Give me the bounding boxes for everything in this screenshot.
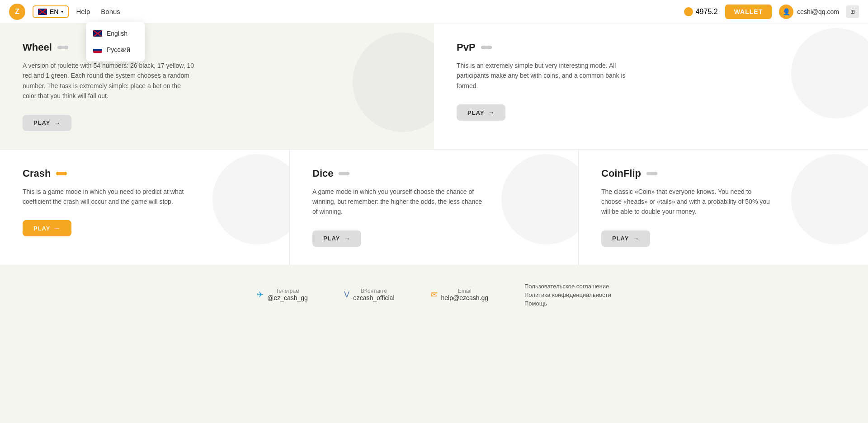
footer-terms-link[interactable]: Пользовательское соглашение — [524, 283, 609, 290]
chevron-down-icon: ▾ — [61, 9, 63, 14]
lang-english-label: English — [107, 30, 127, 37]
coinflip-status-dot — [646, 172, 657, 175]
telegram-label: Телеграм — [267, 288, 308, 294]
bottom-game-row: Crash This is a game mode in which you n… — [0, 149, 868, 265]
dice-description: A game mode in which you yourself choose… — [312, 187, 484, 217]
ru-flag-icon — [93, 47, 102, 53]
lang-option-russian[interactable]: Русский — [86, 42, 145, 58]
telegram-icon: ✈ — [257, 290, 264, 300]
arrow-right-icon: → — [54, 119, 61, 127]
pvp-play-label: PLAY — [467, 109, 484, 116]
user-menu-button[interactable]: ⊞ — [846, 5, 859, 18]
lang-russian-label: Русский — [107, 46, 130, 53]
balance-amount: 4975.2 — [696, 8, 718, 16]
game-card-pvp: PvP This is an extremely simple but very… — [434, 24, 868, 149]
arrow-right-icon: → — [488, 109, 495, 116]
crash-status-dot — [56, 172, 67, 175]
footer-email: ✉ Email help@ezcash.gg — [431, 288, 489, 301]
footer-telegram-info: Телеграм @ez_cash_gg — [267, 288, 308, 301]
telegram-value[interactable]: @ez_cash_gg — [267, 294, 308, 301]
crash-description: This is a game mode in which you need to… — [23, 187, 194, 207]
coinflip-play-label: PLAY — [612, 235, 629, 242]
avatar: 👤 — [779, 5, 793, 19]
arrow-right-icon: → — [632, 235, 639, 242]
footer-email-info: Email help@ezcash.gg — [441, 288, 489, 301]
email-label: Email — [441, 288, 489, 294]
email-value[interactable]: help@ezcash.gg — [441, 294, 489, 301]
vk-label: ВКонтакте — [353, 288, 395, 294]
nav-help[interactable]: Help — [76, 8, 90, 15]
coin-icon — [684, 7, 693, 16]
uk-flag-icon — [38, 9, 47, 15]
balance-display: 4975.2 — [684, 7, 718, 16]
lang-label: EN — [50, 8, 58, 15]
pvp-play-button[interactable]: PLAY → — [457, 104, 505, 121]
user-area: 👤 ceshi@qq.com — [779, 5, 839, 19]
footer-vk: V ВКонтакте ezcash_official — [344, 288, 395, 301]
game-card-coinflip: CoinFlip The classic «Coin» that everyon… — [579, 150, 868, 265]
email-icon: ✉ — [431, 290, 438, 300]
wheel-title: Wheel — [23, 42, 411, 53]
pvp-status-dot — [481, 46, 492, 49]
uk-flag-icon — [93, 30, 102, 37]
dice-status-dot — [339, 172, 349, 175]
dice-play-button[interactable]: PLAY → — [312, 230, 361, 247]
dice-play-label: PLAY — [323, 235, 340, 242]
wheel-description: A version of roulette with 54 numbers: 2… — [23, 61, 194, 101]
pvp-title: PvP — [457, 42, 845, 53]
game-card-dice: Dice A game mode in which you yourself c… — [289, 150, 579, 265]
wheel-play-button[interactable]: PLAY → — [23, 115, 71, 131]
pvp-description: This is an extremely simple but very int… — [457, 61, 628, 91]
vk-value[interactable]: ezcash_official — [353, 294, 395, 301]
vk-icon: V — [344, 290, 349, 300]
logo[interactable]: Z — [9, 4, 25, 20]
wheel-status-dot — [57, 46, 68, 49]
coinflip-play-button[interactable]: PLAY → — [601, 230, 650, 247]
game-card-crash: Crash This is a game mode in which you n… — [0, 150, 289, 265]
user-email: ceshi@qq.com — [797, 8, 839, 15]
footer: ✈ Телеграм @ez_cash_gg V ВКонтакте ezcas… — [0, 265, 868, 316]
footer-telegram: ✈ Телеграм @ez_cash_gg — [257, 288, 308, 301]
language-selector[interactable]: EN ▾ — [33, 5, 69, 18]
footer-legal: Пользовательское соглашение Политика кон… — [524, 283, 611, 307]
lang-option-english[interactable]: English — [86, 25, 145, 42]
arrow-right-icon: → — [344, 235, 350, 242]
coinflip-description: The classic «Coin» that everyone knows. … — [601, 187, 773, 217]
nav: Help Bonus — [76, 8, 120, 15]
crash-play-label: PLAY — [33, 225, 50, 232]
header-right: 4975.2 WALLET 👤 ceshi@qq.com ⊞ — [684, 5, 859, 19]
header: Z EN ▾ Help Bonus 4975.2 WALLET 👤 ceshi@… — [0, 0, 868, 24]
menu-grid-icon: ⊞ — [850, 9, 855, 15]
footer-help-link[interactable]: Помощь — [524, 300, 547, 307]
footer-vk-info: ВКонтакте ezcash_official — [353, 288, 395, 301]
game-card-wheel: Wheel A version of roulette with 54 numb… — [0, 24, 434, 149]
arrow-right-icon: → — [54, 225, 61, 232]
footer-inner: ✈ Телеграм @ez_cash_gg V ВКонтакте ezcas… — [0, 283, 868, 307]
nav-bonus[interactable]: Bonus — [101, 8, 120, 15]
language-dropdown: English Русский — [86, 22, 145, 61]
wheel-play-label: PLAY — [33, 119, 50, 126]
footer-privacy-link[interactable]: Политика конфиденциальности — [524, 291, 611, 298]
crash-play-button[interactable]: PLAY → — [23, 220, 71, 236]
wallet-button[interactable]: WALLET — [725, 5, 772, 19]
